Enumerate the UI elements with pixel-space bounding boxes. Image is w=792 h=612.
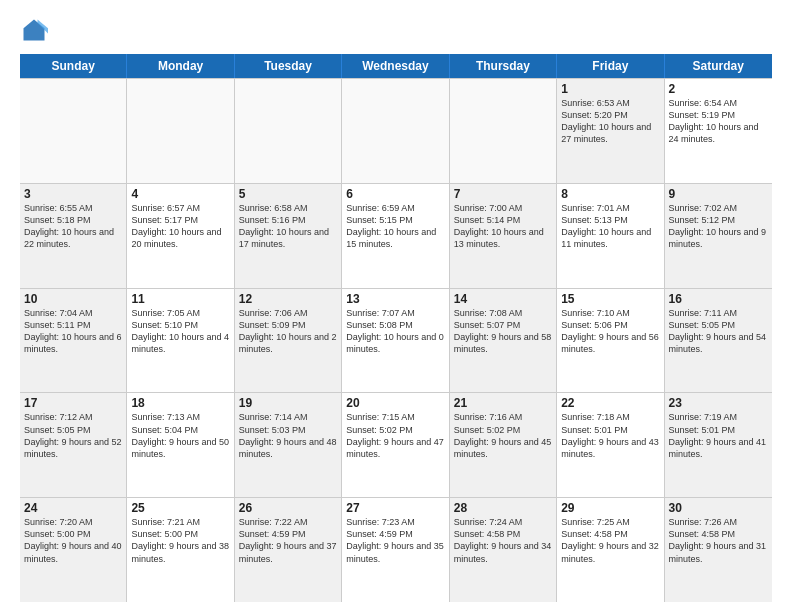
day-number: 7 bbox=[454, 187, 552, 201]
header-day-sunday: Sunday bbox=[20, 54, 127, 78]
day-number: 2 bbox=[669, 82, 768, 96]
day-cell-25: 25Sunrise: 7:21 AM Sunset: 5:00 PM Dayli… bbox=[127, 498, 234, 602]
day-info: Sunrise: 7:18 AM Sunset: 5:01 PM Dayligh… bbox=[561, 411, 659, 460]
calendar-row-3: 17Sunrise: 7:12 AM Sunset: 5:05 PM Dayli… bbox=[20, 393, 772, 498]
day-info: Sunrise: 7:21 AM Sunset: 5:00 PM Dayligh… bbox=[131, 516, 229, 565]
day-info: Sunrise: 7:00 AM Sunset: 5:14 PM Dayligh… bbox=[454, 202, 552, 251]
empty-cell-0-3 bbox=[342, 79, 449, 183]
day-number: 29 bbox=[561, 501, 659, 515]
calendar-row-4: 24Sunrise: 7:20 AM Sunset: 5:00 PM Dayli… bbox=[20, 498, 772, 602]
day-cell-29: 29Sunrise: 7:25 AM Sunset: 4:58 PM Dayli… bbox=[557, 498, 664, 602]
day-info: Sunrise: 7:05 AM Sunset: 5:10 PM Dayligh… bbox=[131, 307, 229, 356]
day-cell-4: 4Sunrise: 6:57 AM Sunset: 5:17 PM Daylig… bbox=[127, 184, 234, 288]
day-number: 8 bbox=[561, 187, 659, 201]
day-cell-8: 8Sunrise: 7:01 AM Sunset: 5:13 PM Daylig… bbox=[557, 184, 664, 288]
day-info: Sunrise: 7:06 AM Sunset: 5:09 PM Dayligh… bbox=[239, 307, 337, 356]
day-number: 27 bbox=[346, 501, 444, 515]
day-info: Sunrise: 7:16 AM Sunset: 5:02 PM Dayligh… bbox=[454, 411, 552, 460]
day-info: Sunrise: 7:20 AM Sunset: 5:00 PM Dayligh… bbox=[24, 516, 122, 565]
day-cell-1: 1Sunrise: 6:53 AM Sunset: 5:20 PM Daylig… bbox=[557, 79, 664, 183]
day-cell-30: 30Sunrise: 7:26 AM Sunset: 4:58 PM Dayli… bbox=[665, 498, 772, 602]
day-cell-23: 23Sunrise: 7:19 AM Sunset: 5:01 PM Dayli… bbox=[665, 393, 772, 497]
day-cell-7: 7Sunrise: 7:00 AM Sunset: 5:14 PM Daylig… bbox=[450, 184, 557, 288]
day-number: 26 bbox=[239, 501, 337, 515]
day-cell-20: 20Sunrise: 7:15 AM Sunset: 5:02 PM Dayli… bbox=[342, 393, 449, 497]
day-cell-2: 2Sunrise: 6:54 AM Sunset: 5:19 PM Daylig… bbox=[665, 79, 772, 183]
header-day-saturday: Saturday bbox=[665, 54, 772, 78]
day-number: 14 bbox=[454, 292, 552, 306]
day-info: Sunrise: 7:11 AM Sunset: 5:05 PM Dayligh… bbox=[669, 307, 768, 356]
day-cell-12: 12Sunrise: 7:06 AM Sunset: 5:09 PM Dayli… bbox=[235, 289, 342, 393]
day-number: 4 bbox=[131, 187, 229, 201]
day-info: Sunrise: 6:58 AM Sunset: 5:16 PM Dayligh… bbox=[239, 202, 337, 251]
logo-icon bbox=[20, 16, 48, 44]
day-cell-3: 3Sunrise: 6:55 AM Sunset: 5:18 PM Daylig… bbox=[20, 184, 127, 288]
calendar-row-1: 3Sunrise: 6:55 AM Sunset: 5:18 PM Daylig… bbox=[20, 184, 772, 289]
day-number: 24 bbox=[24, 501, 122, 515]
header-day-wednesday: Wednesday bbox=[342, 54, 449, 78]
header bbox=[20, 16, 772, 44]
day-cell-17: 17Sunrise: 7:12 AM Sunset: 5:05 PM Dayli… bbox=[20, 393, 127, 497]
logo bbox=[20, 16, 52, 44]
day-cell-27: 27Sunrise: 7:23 AM Sunset: 4:59 PM Dayli… bbox=[342, 498, 449, 602]
day-cell-11: 11Sunrise: 7:05 AM Sunset: 5:10 PM Dayli… bbox=[127, 289, 234, 393]
day-info: Sunrise: 7:26 AM Sunset: 4:58 PM Dayligh… bbox=[669, 516, 768, 565]
calendar: SundayMondayTuesdayWednesdayThursdayFrid… bbox=[20, 54, 772, 602]
empty-cell-0-0 bbox=[20, 79, 127, 183]
day-info: Sunrise: 7:15 AM Sunset: 5:02 PM Dayligh… bbox=[346, 411, 444, 460]
day-cell-10: 10Sunrise: 7:04 AM Sunset: 5:11 PM Dayli… bbox=[20, 289, 127, 393]
day-cell-5: 5Sunrise: 6:58 AM Sunset: 5:16 PM Daylig… bbox=[235, 184, 342, 288]
day-number: 23 bbox=[669, 396, 768, 410]
svg-marker-0 bbox=[24, 20, 45, 41]
day-number: 10 bbox=[24, 292, 122, 306]
header-day-thursday: Thursday bbox=[450, 54, 557, 78]
empty-cell-0-1 bbox=[127, 79, 234, 183]
day-info: Sunrise: 7:14 AM Sunset: 5:03 PM Dayligh… bbox=[239, 411, 337, 460]
day-info: Sunrise: 6:57 AM Sunset: 5:17 PM Dayligh… bbox=[131, 202, 229, 251]
day-info: Sunrise: 6:55 AM Sunset: 5:18 PM Dayligh… bbox=[24, 202, 122, 251]
header-day-monday: Monday bbox=[127, 54, 234, 78]
calendar-header: SundayMondayTuesdayWednesdayThursdayFrid… bbox=[20, 54, 772, 78]
day-number: 30 bbox=[669, 501, 768, 515]
day-cell-21: 21Sunrise: 7:16 AM Sunset: 5:02 PM Dayli… bbox=[450, 393, 557, 497]
empty-cell-0-4 bbox=[450, 79, 557, 183]
day-cell-16: 16Sunrise: 7:11 AM Sunset: 5:05 PM Dayli… bbox=[665, 289, 772, 393]
day-cell-18: 18Sunrise: 7:13 AM Sunset: 5:04 PM Dayli… bbox=[127, 393, 234, 497]
day-number: 6 bbox=[346, 187, 444, 201]
day-info: Sunrise: 7:13 AM Sunset: 5:04 PM Dayligh… bbox=[131, 411, 229, 460]
day-info: Sunrise: 7:25 AM Sunset: 4:58 PM Dayligh… bbox=[561, 516, 659, 565]
day-number: 9 bbox=[669, 187, 768, 201]
day-cell-9: 9Sunrise: 7:02 AM Sunset: 5:12 PM Daylig… bbox=[665, 184, 772, 288]
day-number: 19 bbox=[239, 396, 337, 410]
day-number: 5 bbox=[239, 187, 337, 201]
calendar-row-2: 10Sunrise: 7:04 AM Sunset: 5:11 PM Dayli… bbox=[20, 289, 772, 394]
day-number: 13 bbox=[346, 292, 444, 306]
day-cell-6: 6Sunrise: 6:59 AM Sunset: 5:15 PM Daylig… bbox=[342, 184, 449, 288]
day-info: Sunrise: 7:19 AM Sunset: 5:01 PM Dayligh… bbox=[669, 411, 768, 460]
day-number: 15 bbox=[561, 292, 659, 306]
header-day-friday: Friday bbox=[557, 54, 664, 78]
day-cell-22: 22Sunrise: 7:18 AM Sunset: 5:01 PM Dayli… bbox=[557, 393, 664, 497]
day-cell-13: 13Sunrise: 7:07 AM Sunset: 5:08 PM Dayli… bbox=[342, 289, 449, 393]
day-number: 1 bbox=[561, 82, 659, 96]
day-info: Sunrise: 7:23 AM Sunset: 4:59 PM Dayligh… bbox=[346, 516, 444, 565]
day-cell-15: 15Sunrise: 7:10 AM Sunset: 5:06 PM Dayli… bbox=[557, 289, 664, 393]
day-number: 25 bbox=[131, 501, 229, 515]
day-info: Sunrise: 6:54 AM Sunset: 5:19 PM Dayligh… bbox=[669, 97, 768, 146]
day-cell-24: 24Sunrise: 7:20 AM Sunset: 5:00 PM Dayli… bbox=[20, 498, 127, 602]
calendar-body: 1Sunrise: 6:53 AM Sunset: 5:20 PM Daylig… bbox=[20, 78, 772, 602]
day-info: Sunrise: 7:02 AM Sunset: 5:12 PM Dayligh… bbox=[669, 202, 768, 251]
day-info: Sunrise: 7:10 AM Sunset: 5:06 PM Dayligh… bbox=[561, 307, 659, 356]
day-number: 18 bbox=[131, 396, 229, 410]
day-info: Sunrise: 7:01 AM Sunset: 5:13 PM Dayligh… bbox=[561, 202, 659, 251]
day-number: 11 bbox=[131, 292, 229, 306]
calendar-row-0: 1Sunrise: 6:53 AM Sunset: 5:20 PM Daylig… bbox=[20, 79, 772, 184]
day-number: 21 bbox=[454, 396, 552, 410]
day-info: Sunrise: 7:22 AM Sunset: 4:59 PM Dayligh… bbox=[239, 516, 337, 565]
day-info: Sunrise: 6:59 AM Sunset: 5:15 PM Dayligh… bbox=[346, 202, 444, 251]
day-cell-26: 26Sunrise: 7:22 AM Sunset: 4:59 PM Dayli… bbox=[235, 498, 342, 602]
day-number: 17 bbox=[24, 396, 122, 410]
header-day-tuesday: Tuesday bbox=[235, 54, 342, 78]
day-cell-14: 14Sunrise: 7:08 AM Sunset: 5:07 PM Dayli… bbox=[450, 289, 557, 393]
day-number: 12 bbox=[239, 292, 337, 306]
